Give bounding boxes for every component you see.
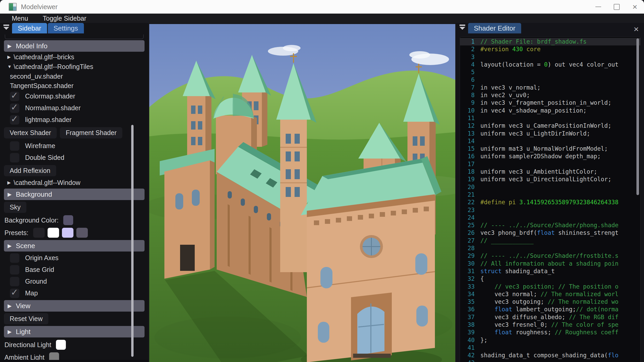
- color-swatch-ambient-light-0[interactable]: [49, 352, 59, 360]
- code-line-9[interactable]: 9in vec3 v_fragment_position_in_world;: [460, 99, 640, 107]
- checkbox-row-wireframe[interactable]: Wireframe: [0, 140, 148, 152]
- code-line-20[interactable]: 20: [460, 183, 640, 191]
- checkbox-row-normalmap-shader[interactable]: ✓Normalmap.shader: [0, 102, 148, 114]
- tree-item-cathedral-gltf-roofingtiles[interactable]: ▼\cathedral.gltf--RoofingTiles: [0, 62, 148, 72]
- menu-item-menu[interactable]: Menu: [12, 15, 28, 22]
- code-line-6[interactable]: 6: [460, 76, 640, 84]
- checkbox-wireframe[interactable]: [10, 141, 19, 151]
- code-line-35[interactable]: 35 vec3 outgoing; // The normalized wo: [460, 298, 640, 306]
- code-line-22[interactable]: 22#define pi 3.1415926535897932384626433…: [460, 198, 640, 206]
- maximize-button[interactable]: [607, 0, 626, 14]
- list-item-second-uv-shader[interactable]: second_uv.shader: [0, 72, 148, 81]
- checkbox-row-ground[interactable]: Ground: [0, 276, 148, 287]
- section-header-background[interactable]: ▶Background: [4, 189, 145, 200]
- section-header-light[interactable]: ▶Light: [4, 326, 145, 337]
- reset-view-button[interactable]: Reset View: [4, 313, 48, 324]
- code-line-16[interactable]: 16uniform sampler2DShadow depth_map;: [460, 153, 640, 160]
- code-line-25[interactable]: 25// ---- ../../Source/Shader/phong.shad…: [460, 221, 640, 229]
- checkbox-origin-axes[interactable]: [10, 253, 19, 263]
- code-line-34[interactable]: 34 vec3 normal; // The normalized worl: [460, 290, 640, 298]
- sidebar-scrollbar[interactable]: [131, 125, 134, 357]
- code-line-41[interactable]: 41: [460, 344, 640, 352]
- code-line-4[interactable]: 4layout(location = 0) out vec4 color_out: [460, 61, 640, 68]
- checkbox-double-sided[interactable]: [10, 153, 19, 162]
- sky-button[interactable]: Sky: [4, 202, 26, 213]
- code-line-11[interactable]: 11: [460, 114, 640, 122]
- section-header-view[interactable]: ▶View: [4, 300, 145, 312]
- code-line-14[interactable]: 14: [460, 137, 640, 145]
- vertex-shader-button[interactable]: Vertex Shader: [4, 127, 57, 138]
- shader-editor-close-icon[interactable]: ×: [634, 24, 639, 34]
- checkbox-row-base-grid[interactable]: Base Grid: [0, 264, 148, 276]
- code-line-29[interactable]: 29// ---- ../../Source/Shader/frostbite.…: [460, 252, 640, 260]
- tab-shader-editor[interactable]: Shader Editor: [468, 23, 521, 33]
- checkbox-row-lightmap-shader[interactable]: ✓lightmap.shader: [0, 114, 148, 126]
- list-item-tangentspace-shader[interactable]: TangentSpace.shader: [0, 81, 148, 90]
- checkbox-row-origin-axes[interactable]: Origin Axes: [0, 252, 148, 264]
- code-line-27[interactable]: 27// ____________: [460, 237, 640, 244]
- code-line-23[interactable]: 23: [460, 206, 640, 214]
- code-line-42[interactable]: 42shading_data_t compose_shading_data(fl…: [460, 352, 640, 359]
- color-swatch-presets-1[interactable]: [48, 228, 59, 238]
- section-header-scene[interactable]: ▶Scene: [4, 240, 145, 252]
- code-line-30[interactable]: 30// All information about a shading poi…: [460, 260, 640, 267]
- code-line-24[interactable]: 24: [460, 214, 640, 221]
- code-line-33[interactable]: 33 // vec3 position; // The position o: [460, 283, 640, 290]
- menu-item-toggle-sidebar[interactable]: Toggle Sidebar: [43, 15, 87, 22]
- code-line-31[interactable]: 31struct shading_data_t: [460, 267, 640, 275]
- checkbox-lightmap-shader[interactable]: ✓: [10, 115, 19, 125]
- code-line-26[interactable]: 26vec3 phong_brdf(float shininess_streng…: [460, 229, 640, 237]
- code-line-21[interactable]: 21: [460, 191, 640, 198]
- code-vertical-scrollbar[interactable]: [636, 38, 639, 195]
- color-swatch-background-color-0[interactable]: [63, 215, 73, 225]
- code-line-28[interactable]: 28: [460, 244, 640, 252]
- code-line-32[interactable]: 32{: [460, 275, 640, 283]
- color-swatch-presets-0[interactable]: [33, 228, 45, 238]
- code-line-12[interactable]: 12uniform vec3 u_CameraPositionInWorld;: [460, 122, 640, 130]
- code-line-37[interactable]: 37 vec3 diffuse_albedo; // The RGB dif: [460, 313, 640, 321]
- checkbox-row-colormap-shader[interactable]: ✓Colormap.shader: [0, 90, 148, 102]
- viewport-3d[interactable]: [148, 23, 455, 362]
- color-swatch-presets-3[interactable]: [76, 228, 88, 238]
- checkbox-ground[interactable]: [10, 277, 19, 286]
- code-line-10[interactable]: 10in vec4 v_shadow_map_position;: [460, 107, 640, 114]
- code-line-38[interactable]: 38 vec3 fresnel_0; // The color of spe: [460, 321, 640, 329]
- tree-item-cathedral-gltf-bricks[interactable]: ▶\cathedral.gltf--bricks: [0, 52, 148, 62]
- checkbox-normalmap-shader[interactable]: ✓: [10, 103, 19, 113]
- checkbox-base-grid[interactable]: [10, 265, 19, 275]
- code-line-36[interactable]: 36 float lambert_outgoing;// dot(norma: [460, 306, 640, 313]
- code-line-43[interactable]: 43: [460, 359, 640, 362]
- shader-code-editor[interactable]: 1// Shader File: brdf_shadow.fs2#version…: [460, 37, 641, 362]
- code-line-39[interactable]: 39 float roughness; // Roughness coeff: [460, 329, 640, 336]
- minimize-button[interactable]: [589, 0, 607, 14]
- code-line-17[interactable]: 17: [460, 160, 640, 168]
- code-line-5[interactable]: 5: [460, 68, 640, 76]
- code-line-7[interactable]: 7in vec3 v_normal;: [460, 84, 640, 91]
- code-line-18[interactable]: 18uniform vec3 u_AmbientLightColor;: [460, 168, 640, 176]
- color-swatch-directional-light-0[interactable]: [56, 340, 66, 350]
- section-header-model-info[interactable]: ▶Model Info: [4, 40, 145, 52]
- close-button[interactable]: ×: [626, 0, 644, 14]
- window-title: Modelviewer: [21, 3, 58, 11]
- code-line-40[interactable]: 40};: [460, 336, 640, 344]
- code-segment: shading_data_t compose_shading_data(: [480, 352, 608, 359]
- checkbox-colormap-shader[interactable]: ✓: [10, 92, 19, 101]
- color-swatch-presets-2[interactable]: [62, 228, 73, 238]
- checkbox-row-double-sided[interactable]: Double Sided: [0, 152, 148, 164]
- tab-settings[interactable]: Settings: [48, 23, 84, 33]
- fragment-shader-button[interactable]: Fragment Shader: [60, 127, 122, 138]
- tab-sidebar[interactable]: Sidebar: [12, 23, 47, 33]
- code-line-19[interactable]: 19uniform vec3 u_DirectionalLightColor;: [460, 176, 640, 183]
- code-line-3[interactable]: 3: [460, 53, 640, 61]
- code-line-13[interactable]: 13uniform vec3 u_LightDirInWorld;: [460, 130, 640, 137]
- checkbox-map[interactable]: ✓: [10, 289, 19, 298]
- add-reflexion-button[interactable]: Add Reflexion: [4, 165, 56, 176]
- checkbox-row-map[interactable]: ✓Map: [0, 287, 148, 299]
- code-line-15[interactable]: 15uniform mat3 u_NormalWorldFromModel;: [460, 145, 640, 153]
- code-line-8[interactable]: 8in vec2 v_uv0;: [460, 91, 640, 99]
- code-line-1[interactable]: 1// Shader File: brdf_shadow.fs: [460, 38, 640, 45]
- panel-collapse-icon[interactable]: [3, 25, 9, 30]
- tree-item-cathedral-gltf-window[interactable]: ▶\cathedral.gltf--Window: [0, 178, 148, 188]
- panel-collapse-icon[interactable]: [459, 25, 465, 30]
- code-line-2[interactable]: 2#version 430 core: [460, 45, 640, 53]
